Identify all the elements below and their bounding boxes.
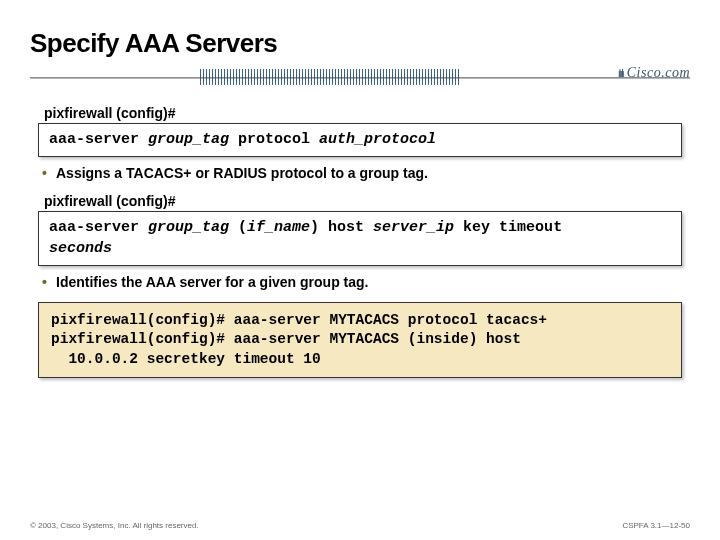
brand-text: Cisco.com xyxy=(627,65,690,80)
cli-prompt-1: pixfirewall (config)# xyxy=(44,105,682,121)
example-box: pixfirewall(config)# aaa-server MYTACACS… xyxy=(38,302,682,379)
brand-logo: ılıılıCisco.com xyxy=(618,65,690,81)
example-line-3: 10.0.0.2 secretkey timeout 10 xyxy=(51,350,669,370)
slide: Specify AAA Servers ılıılıCisco.com pixf… xyxy=(0,0,720,378)
syntax-text-2: aaa-server group_tag (if_name) host serv… xyxy=(49,218,671,259)
footer: © 2003, Cisco Systems, Inc. All rights r… xyxy=(30,521,690,530)
example-line-1: pixfirewall(config)# aaa-server MYTACACS… xyxy=(51,311,669,331)
divider: ılıılıCisco.com xyxy=(30,67,690,89)
syntax-text-1: aaa-server group_tag protocol auth_proto… xyxy=(49,130,671,150)
syntax-box-2: aaa-server group_tag (if_name) host serv… xyxy=(38,211,682,266)
slide-number: CSPFA 3.1—12-50 xyxy=(622,521,690,530)
content: pixfirewall (config)# aaa-server group_t… xyxy=(30,105,690,378)
bullet-2: Identifies the AAA server for a given gr… xyxy=(56,274,682,290)
bullet-1: Assigns a TACACS+ or RADIUS protocol to … xyxy=(56,165,682,181)
cli-prompt-2: pixfirewall (config)# xyxy=(44,193,682,209)
divider-hatch xyxy=(200,69,460,85)
syntax-box-1: aaa-server group_tag protocol auth_proto… xyxy=(38,123,682,157)
slide-title: Specify AAA Servers xyxy=(30,28,690,59)
copyright-text: © 2003, Cisco Systems, Inc. All rights r… xyxy=(30,521,199,530)
example-line-2: pixfirewall(config)# aaa-server MYTACACS… xyxy=(51,330,669,350)
cisco-bars-icon: ılıılı xyxy=(618,67,623,79)
